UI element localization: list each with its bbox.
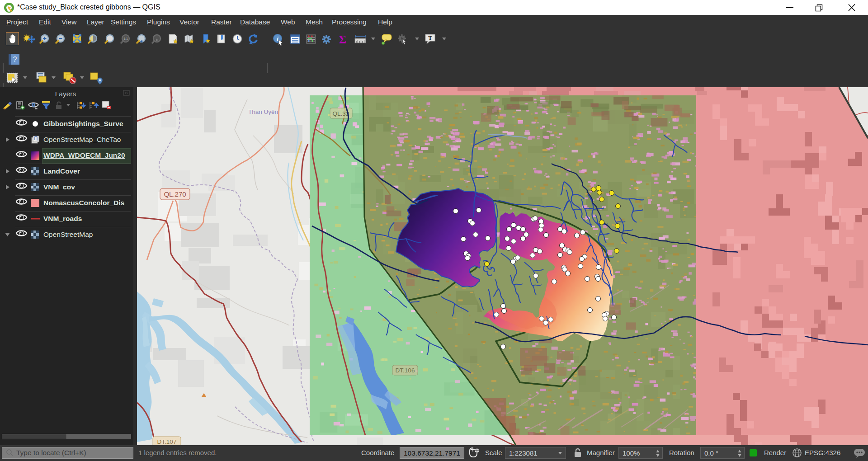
svg-text:1:1: 1:1 bbox=[123, 37, 128, 40]
svg-text:DT.106: DT.106 bbox=[396, 367, 415, 374]
svg-text:?: ? bbox=[13, 56, 17, 63]
svg-text:DT.107: DT.107 bbox=[157, 438, 177, 445]
svg-text:i: i bbox=[277, 35, 278, 42]
svg-text:Than Uyên: Than Uyên bbox=[248, 108, 278, 115]
svg-text:Σ: Σ bbox=[339, 33, 346, 46]
svg-text:T: T bbox=[428, 34, 432, 41]
svg-text:QL.270: QL.270 bbox=[164, 190, 186, 198]
